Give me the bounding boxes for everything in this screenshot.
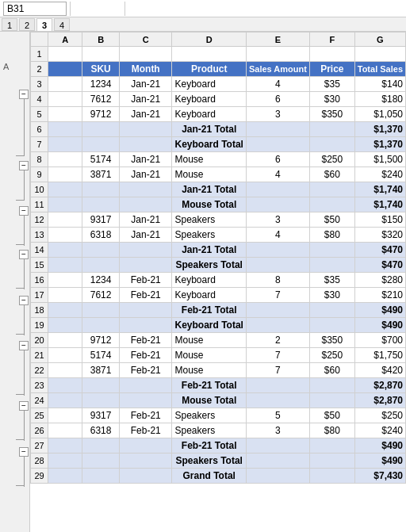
outline-btn-6[interactable]: −: [19, 341, 29, 350]
cell-A2[interactable]: [48, 62, 82, 77]
name-box[interactable]: [3, 2, 67, 16]
cell-B27[interactable]: [82, 438, 120, 454]
cell-D11[interactable]: Mouse Total: [172, 197, 246, 212]
cell-A8[interactable]: [48, 152, 82, 167]
cell-A5[interactable]: [48, 107, 82, 122]
cell-A19[interactable]: [48, 318, 82, 333]
cell-G10[interactable]: $1,740: [354, 182, 405, 197]
cell-G3[interactable]: $140: [354, 77, 405, 92]
cell-E1[interactable]: [246, 47, 309, 62]
cell-B18[interactable]: [82, 303, 120, 318]
cell-D29[interactable]: Grand Total: [172, 469, 246, 484]
cell-F1[interactable]: [309, 47, 354, 62]
row-header-15[interactable]: 15: [31, 258, 48, 273]
row-header-28[interactable]: 28: [31, 454, 48, 469]
cell-A17[interactable]: [48, 288, 82, 303]
row-header-11[interactable]: 11: [31, 197, 48, 212]
cell-F12[interactable]: $50: [309, 212, 354, 228]
row-header-7[interactable]: 7: [31, 137, 48, 152]
cell-D14[interactable]: Jan-21 Total: [172, 243, 246, 258]
cell-G24[interactable]: $2,870: [354, 393, 405, 408]
cell-C4[interactable]: Jan-21: [119, 92, 172, 107]
cell-E13[interactable]: 4: [246, 228, 309, 243]
cell-A9[interactable]: [48, 167, 82, 182]
cell-E9[interactable]: 4: [246, 167, 309, 182]
cell-F4[interactable]: $30: [309, 92, 354, 107]
cell-E2[interactable]: Sales Amount: [246, 62, 309, 77]
outline-level-2[interactable]: 2: [19, 18, 35, 31]
cell-G25[interactable]: $250: [354, 408, 405, 423]
outline-btn-7[interactable]: −: [19, 401, 29, 411]
cell-F18[interactable]: [309, 303, 354, 318]
cell-A24[interactable]: [48, 393, 82, 408]
cell-A6[interactable]: [48, 122, 82, 137]
cell-E22[interactable]: 7: [246, 363, 309, 378]
cell-F29[interactable]: [309, 469, 354, 484]
row-header-14[interactable]: 14: [31, 243, 48, 258]
cell-G18[interactable]: $490: [354, 303, 405, 318]
outline-btn-3[interactable]: −: [19, 206, 29, 216]
cell-F25[interactable]: $50: [309, 408, 354, 423]
cell-D28[interactable]: Speakers Total: [172, 454, 246, 469]
cell-E11[interactable]: [246, 197, 309, 212]
cell-G8[interactable]: $1,500: [354, 152, 405, 167]
outline-level-1[interactable]: 1: [2, 18, 17, 31]
cell-E21[interactable]: 7: [246, 348, 309, 363]
cell-C5[interactable]: Jan-21: [119, 107, 172, 122]
cell-F27[interactable]: [309, 438, 354, 454]
cell-A10[interactable]: [48, 182, 82, 197]
cell-C27[interactable]: [119, 438, 172, 454]
col-header-C[interactable]: C: [119, 33, 172, 47]
cell-G5[interactable]: $1,050: [354, 107, 405, 122]
outline-btn-5[interactable]: −: [19, 296, 29, 305]
outline-btn-1[interactable]: −: [19, 90, 29, 99]
cell-A26[interactable]: [48, 423, 82, 438]
row-header-22[interactable]: 22: [31, 363, 48, 378]
cell-B22[interactable]: 3871: [82, 363, 120, 378]
cell-D6[interactable]: Jan-21 Total: [172, 122, 246, 137]
cell-D23[interactable]: Feb-21 Total: [172, 378, 246, 393]
cell-C20[interactable]: Feb-21: [119, 333, 172, 348]
row-header-2[interactable]: 2: [31, 62, 48, 77]
cell-A14[interactable]: [48, 243, 82, 258]
cell-D18[interactable]: Feb-21 Total: [172, 303, 246, 318]
cell-E6[interactable]: [246, 122, 309, 137]
outline-btn-2[interactable]: −: [19, 161, 29, 170]
cell-F19[interactable]: [309, 318, 354, 333]
row-header-5[interactable]: 5: [31, 107, 48, 122]
row-header-1[interactable]: 1: [31, 47, 48, 62]
cell-G15[interactable]: $470: [354, 258, 405, 273]
cell-C16[interactable]: Feb-21: [119, 273, 172, 288]
cell-A16[interactable]: [48, 273, 82, 288]
cell-D5[interactable]: Keyboard: [172, 107, 246, 122]
row-header-12[interactable]: 12: [31, 212, 48, 228]
cell-B12[interactable]: 9317: [82, 212, 120, 228]
cell-D26[interactable]: Speakers: [172, 423, 246, 438]
cell-B11[interactable]: [82, 197, 120, 212]
cell-D24[interactable]: Mouse Total: [172, 393, 246, 408]
cell-C26[interactable]: Feb-21: [119, 423, 172, 438]
cell-A25[interactable]: [48, 408, 82, 423]
col-header-B[interactable]: B: [82, 33, 120, 47]
cell-A12[interactable]: [48, 212, 82, 228]
cell-F24[interactable]: [309, 393, 354, 408]
row-header-21[interactable]: 21: [31, 348, 48, 363]
cell-F21[interactable]: $250: [309, 348, 354, 363]
cell-A7[interactable]: [48, 137, 82, 152]
row-header-18[interactable]: 18: [31, 303, 48, 318]
cell-F23[interactable]: [309, 378, 354, 393]
cell-F8[interactable]: $250: [309, 152, 354, 167]
row-header-6[interactable]: 6: [31, 122, 48, 137]
cell-E3[interactable]: 4: [246, 77, 309, 92]
cell-E14[interactable]: [246, 243, 309, 258]
cell-A28[interactable]: [48, 454, 82, 469]
outline-btn-4[interactable]: −: [19, 250, 29, 259]
cell-B15[interactable]: [82, 258, 120, 273]
cell-B2[interactable]: SKU: [82, 62, 120, 77]
col-header-A[interactable]: A: [48, 33, 82, 47]
cell-G19[interactable]: $490: [354, 318, 405, 333]
cell-C28[interactable]: [119, 454, 172, 469]
cell-D8[interactable]: Mouse: [172, 152, 246, 167]
col-header-E[interactable]: E: [246, 33, 309, 47]
cell-G26[interactable]: $240: [354, 423, 405, 438]
